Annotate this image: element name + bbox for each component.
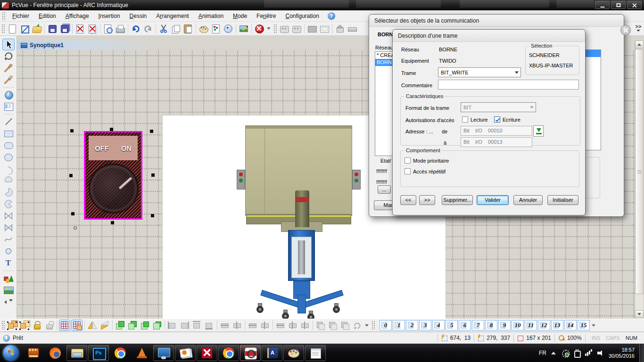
layer-button-8[interactable]: 8 [485,320,497,330]
layer-button-10[interactable]: 10 [512,320,524,330]
align-bottom-icon[interactable] [204,320,215,331]
print-icon[interactable] [115,23,126,34]
layer-button-0[interactable]: 0 [380,320,392,330]
layer-button-5[interactable]: 5 [446,320,458,330]
toolbar-grip[interactable] [273,24,277,33]
designer-icon[interactable] [210,23,222,34]
more-button[interactable]: ... [378,185,391,194]
previous-button[interactable]: << [400,195,416,205]
minimize-button[interactable] [595,1,610,9]
initialiser-button[interactable]: Initialiser [547,195,578,205]
next-button[interactable]: >> [419,195,435,205]
grid-object-icon[interactable] [71,320,83,331]
scrollbar-thumb[interactable] [635,49,644,294]
polygon-tool-icon[interactable] [2,210,15,222]
open-icon[interactable] [31,23,42,34]
cut-icon[interactable] [158,23,169,34]
power-icon[interactable] [573,349,581,357]
selection-handle[interactable] [151,214,154,217]
layer-button-11[interactable]: 11 [525,320,537,330]
same-width-icon[interactable] [247,320,258,331]
order-back-icon[interactable] [127,320,138,331]
selection-handle[interactable] [71,212,74,215]
layer-button-9[interactable]: 9 [498,320,511,330]
menu-item-fenêtre[interactable]: Fenêtre [252,11,281,21]
canvas-vertical-scrollbar[interactable] [635,41,643,319]
toolbar-grip[interactable] [1,321,5,330]
dropdown-caret-icon[interactable] [365,324,369,327]
menu-item-insertion[interactable]: Insertion [94,11,125,21]
stop-icon[interactable] [254,23,265,34]
scroll-down-button[interactable] [635,310,644,318]
taskbar-firefox[interactable] [45,345,66,361]
shapes-3d-tool-icon[interactable] [2,272,15,284]
cube-icon[interactable] [19,23,30,34]
dropdown-caret-icon[interactable] [267,27,271,30]
layer-button-4[interactable]: 4 [432,320,445,330]
selection-handle[interactable] [70,129,74,132]
group-icon[interactable] [7,320,18,331]
unlock-icon[interactable] [43,320,55,331]
valider-button[interactable]: Valider [477,195,509,205]
home-icon[interactable] [334,23,346,34]
panel-filled-icon[interactable] [306,23,318,34]
show-desktop-button[interactable] [639,344,644,362]
fit-width-icon[interactable] [275,320,286,331]
align-top-icon[interactable] [191,320,203,331]
selection-handle[interactable] [110,128,113,131]
taskbar-chrome-2[interactable] [218,345,239,361]
selection-handle[interactable] [151,173,155,177]
outer-dialog-titlebar[interactable]: Sélecteur des objets de la communication [369,15,624,27]
print-preview-icon[interactable] [102,23,114,34]
browser-icon[interactable] [223,23,234,34]
new-icon[interactable] [7,23,18,34]
layer-button-13[interactable]: 13 [551,320,563,330]
right-listbox[interactable] [585,49,601,150]
panel-outline-icon[interactable] [319,23,330,34]
switch-object[interactable]: OFF ON [84,131,142,220]
maximize-button[interactable] [611,1,626,9]
network-list-item[interactable]: BORN [375,59,394,66]
mode-prioritaire-checkbox[interactable]: Mode prioritaire [405,157,449,164]
menu-item-fichier[interactable]: Fichier [8,11,34,21]
rounded-rectangle-tool-icon[interactable] [2,140,15,151]
menu-item-affichage[interactable]: Affichage [61,11,94,21]
arc-tool-icon[interactable] [2,163,15,175]
grid-icon[interactable] [59,320,70,331]
menu-item-mode[interactable]: Mode [228,11,252,21]
image-editor-icon[interactable] [238,23,249,34]
volume-icon[interactable] [597,349,604,357]
toolbar-grip[interactable] [372,321,375,330]
save-all-icon[interactable] [59,23,70,34]
language-indicator[interactable]: FR [539,350,546,356]
start-button[interactable] [3,345,19,361]
palette-icon[interactable] [198,23,209,34]
pipette-tool-icon[interactable] [2,62,15,74]
layer-button-1[interactable]: 1 [393,320,405,330]
flip-h-icon[interactable] [87,320,98,331]
inner-dialog-titlebar[interactable]: Description d'une trame [393,30,585,42]
layers-overflow-icon[interactable] [592,324,595,327]
align-right-icon[interactable] [179,320,190,331]
curve-tool-icon[interactable] [2,234,15,246]
info-tool-icon[interactable] [2,89,15,101]
flip-v-icon[interactable] [99,320,110,331]
window-flat-icon[interactable] [347,23,358,34]
clock[interactable]: 18:57 30/05/2016 [609,347,635,359]
overlap-a-icon[interactable] [315,320,326,331]
layer-button-12[interactable]: 12 [538,320,550,330]
rectangle-tool-icon[interactable] [2,128,15,140]
taskbar-pcvue[interactable] [240,345,261,361]
select-tool-icon[interactable] [2,39,15,50]
curve-closed-tool-icon[interactable] [2,246,15,257]
paste-icon[interactable] [182,23,194,34]
rotation-handle[interactable] [74,226,77,230]
layer-button-2[interactable]: 2 [406,320,418,330]
menu-item-edition[interactable]: Edition [34,11,61,21]
disabled-close-icon[interactable] [620,25,631,35]
menu-item-arrangement[interactable]: Arrangement [151,11,193,21]
pacman-tool-icon[interactable] [2,198,15,210]
center-v-icon[interactable] [231,320,243,331]
text-tool-icon[interactable] [2,257,15,269]
ungroup-icon[interactable] [19,320,30,331]
